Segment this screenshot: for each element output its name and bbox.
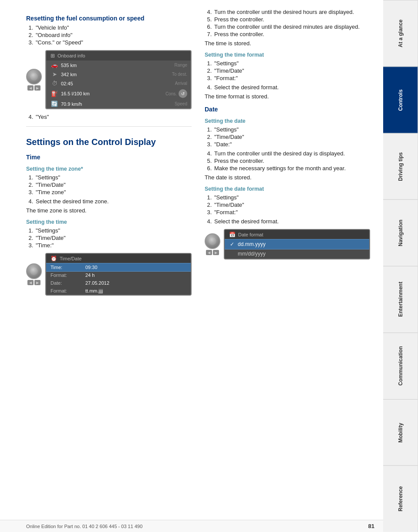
time-row-2: Format: 24 h	[46, 271, 191, 279]
time-format-step4: Select the desired format.	[213, 84, 370, 91]
ob-label-5: Speed	[163, 101, 187, 106]
list-item: "Settings"	[35, 174, 192, 181]
list-item: "Settings"	[213, 194, 370, 201]
arrow-left[interactable]: ◀	[27, 85, 34, 91]
ob-val-4: 16.5 l/100 km	[59, 91, 153, 96]
list-item: "Yes"	[35, 114, 192, 120]
list-item: "Date:"	[213, 141, 370, 148]
controller-ring-inner	[30, 73, 38, 81]
sidebar-tab-at-a-glance[interactable]: At a glance	[383, 0, 418, 67]
list-item: "Time/Date"	[213, 134, 370, 140]
online-text: Online Edition for Part no. 01 40 2 606 …	[26, 524, 142, 529]
list-item: "Format:"	[213, 75, 370, 81]
date-format-steps: "Settings" "Time/Date" "Format:"	[213, 194, 370, 215]
main-content: Resetting the fuel consumption or speed …	[0, 0, 383, 532]
ob-row-1: 🚗 535 km Range	[46, 61, 191, 70]
ob-val-1: 535 km	[59, 63, 163, 68]
date-arrow-right[interactable]: ▶	[213, 250, 219, 255]
ob-label-3: Arrival	[163, 81, 187, 86]
list-item: "Time/Date"	[35, 182, 192, 188]
date-arrow-left[interactable]: ◀	[206, 250, 212, 255]
time-row-4: Format: tt.mm.jjjj	[46, 287, 191, 295]
ob-icon-4: ⛽	[50, 91, 59, 97]
sidebar-tab-driving-tips[interactable]: Driving tips	[383, 133, 418, 200]
list-item: "Time/Date"	[213, 67, 370, 74]
resetting-heading: Resetting the fuel consumption or speed	[26, 15, 192, 22]
ob-row-3: ⏱ 02:45 Arrival	[46, 79, 191, 88]
sidebar-tab-entertainment[interactable]: Entertainment	[383, 266, 418, 333]
date-format-screen-title: Date format	[238, 232, 263, 237]
resetting-steps-list: "Vehicle Info" "Onboard info" "Cons." or…	[35, 24, 192, 46]
list-item: Select the desired format.	[213, 84, 370, 91]
two-col-layout: Resetting the fuel consumption or speed …	[26, 9, 370, 300]
time-date-icon: ⏰	[51, 256, 57, 262]
timezone-subheading: Setting the time zone*	[26, 166, 192, 172]
time-row-1-label: Time:	[51, 265, 85, 270]
time-arrow-right[interactable]: ▶	[34, 280, 40, 285]
time-arrow-left[interactable]: ◀	[27, 280, 34, 285]
list-item: Press the controller.	[213, 31, 370, 37]
ob-row-4: ⛽ 16.5 l/100 km Cons. ↺	[46, 88, 191, 99]
arrow-right[interactable]: ▶	[34, 85, 40, 91]
time-controller-ring[interactable]	[26, 263, 42, 279]
controller-group: ◀ ▶	[26, 69, 42, 91]
date-stored-note: The date is stored.	[205, 174, 370, 181]
time-steps-list: "Settings" "Time/Date" "Time:"	[35, 227, 192, 249]
time-row-3: Date: 27.05.2012	[46, 279, 191, 287]
date-controller-ring[interactable]	[205, 233, 220, 249]
time-date-screen: ◀ ▶ ⏰ Time/Date Time: 09:30	[26, 253, 192, 296]
list-item: "Settings"	[35, 227, 192, 234]
ob-icon-3: ⏱	[50, 80, 59, 87]
controller-ring[interactable]	[26, 69, 42, 84]
list-item: Turn the controller until the desired ho…	[213, 9, 370, 15]
list-item: Turn the controller until the desired da…	[213, 150, 370, 157]
date-format-step4: Select the desired format.	[213, 218, 370, 225]
date-format-subheading: Setting the date format	[205, 186, 370, 192]
list-item: Make the necessary settings for the mont…	[213, 165, 370, 172]
sidebar-tab-controls[interactable]: Controls	[383, 67, 418, 133]
list-item: "Vehicle Info"	[35, 24, 192, 31]
sidebar-tab-navigation[interactable]: Navigation	[383, 199, 418, 266]
onboard-screen: ◀ ▶ ⊞ Onboard info 🚗 535 km Range	[26, 50, 192, 109]
date-mini-arrows: ◀ ▶	[206, 250, 219, 255]
list-item: "Format:"	[213, 209, 370, 215]
list-item: Select the desired format.	[213, 218, 370, 225]
sidebar: At a glance Controls Driving tips Naviga…	[383, 0, 418, 532]
time-row-2-value: 24 h	[85, 273, 186, 278]
right-column: Turn the controller until the desired ho…	[205, 9, 370, 300]
bottom-bar: Online Edition for Part no. 01 40 2 606 …	[0, 520, 383, 532]
onboard-header: ⊞ Onboard info	[46, 51, 191, 61]
divider	[26, 126, 192, 127]
date-controller-group: ◀ ▶	[205, 233, 220, 255]
timezone-steps-list: "Settings" "Time/Date" "Time zone"	[35, 174, 192, 195]
sidebar-tab-communication[interactable]: Communication	[383, 333, 418, 399]
checkmark-icon: ✓	[230, 241, 234, 247]
ob-icon-2: ➤	[50, 71, 59, 77]
time-date-screen-title: Time/Date	[60, 256, 81, 261]
date-format-row-2: ✓ mm/dd/yyyy	[225, 249, 369, 259]
time-format-note: The time format is stored.	[205, 93, 370, 100]
sidebar-tab-reference[interactable]: Reference	[383, 465, 418, 532]
page-number: 81	[368, 523, 374, 529]
onboard-icon: ⊞	[51, 53, 55, 59]
time-row-1: Time: 09:30	[46, 263, 191, 271]
timezone-step4-list: Select the desired time zone.	[35, 198, 192, 205]
list-item: "Settings"	[213, 126, 370, 133]
sidebar-tab-mobility[interactable]: Mobility	[383, 399, 418, 466]
ob-reset-icon: ↺	[179, 89, 187, 98]
ob-row-5: 🔄 70.9 km/h Speed	[46, 99, 191, 108]
time-subheading: Setting the time	[26, 219, 192, 225]
timezone-note: The time zone is stored.	[26, 207, 192, 214]
ob-label-1: Range	[163, 63, 187, 67]
setting-date-subheading: Setting the date	[205, 118, 370, 124]
time-controller-ring-inner	[30, 267, 38, 275]
date-format-row-1-value: dd.mm.yyyy	[238, 241, 266, 247]
resetting-step4-list: "Yes"	[35, 114, 192, 120]
list-item: "Onboard info"	[35, 32, 192, 38]
time-row-2-label: Format:	[51, 273, 85, 278]
date-steps: "Settings" "Time/Date" "Date:"	[213, 126, 370, 148]
date-steps-continued: Turn the controller until the desired da…	[213, 150, 370, 172]
time-row-4-label: Format:	[51, 288, 85, 293]
ob-icon-1: 🚗	[50, 62, 59, 68]
checkmark-empty: ✓	[230, 251, 234, 257]
